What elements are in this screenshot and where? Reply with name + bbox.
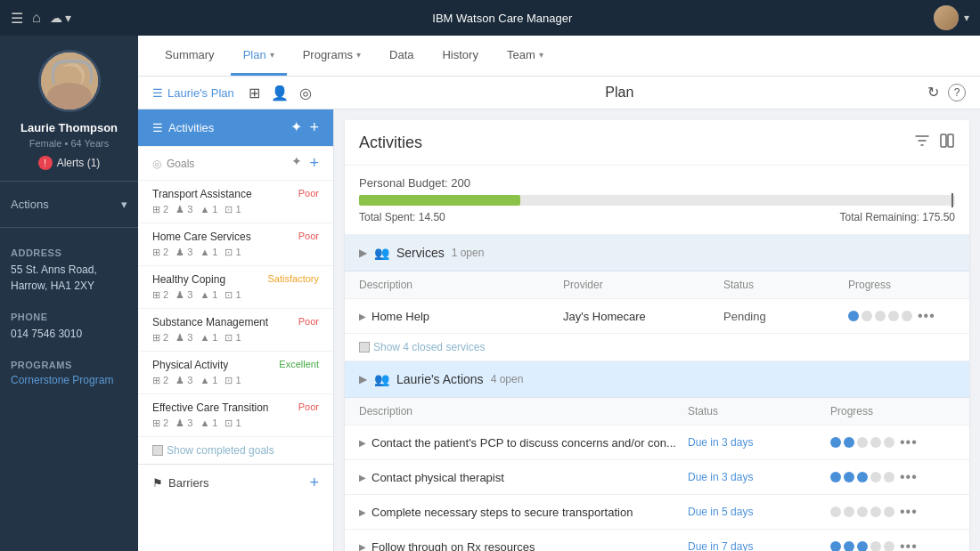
program-name[interactable]: Cornerstone Program	[11, 374, 127, 386]
sidebar-divider-1	[0, 181, 138, 182]
columns-icon[interactable]	[939, 133, 955, 152]
goal-sub-icon-3: ▲ 1	[200, 332, 217, 344]
plan-chart-icon[interactable]: ◎	[299, 85, 312, 101]
action-therapist-more-button[interactable]: •••	[900, 469, 918, 485]
actions-header[interactable]: Actions ▾	[11, 192, 127, 216]
rxdot-1	[830, 541, 841, 551]
laurie-actions-header[interactable]: ▶ 👥 Laurie's Actions 4 open	[345, 361, 969, 398]
tab-summary-label: Summary	[165, 48, 215, 61]
action-row-therapist[interactable]: ▶ Contact physical therapist Due in 3 da…	[345, 460, 969, 495]
action-therapist-expand-icon[interactable]: ▶	[359, 473, 366, 482]
service-row-home-help[interactable]: ▶ Home Help Jay's Homecare Pending	[345, 299, 969, 334]
activities-text: Activities	[168, 121, 214, 134]
goals-settings-icon[interactable]: ✦	[291, 154, 302, 173]
cloud-dropdown[interactable]: ☁ ▾	[50, 11, 71, 25]
goal-transport-status: Poor	[298, 188, 319, 199]
filter-icon[interactable]	[914, 133, 930, 152]
patient-phone: 014 7546 3010	[11, 326, 127, 342]
action-rx-desc: ▶ Follow through on Rx resources	[359, 540, 688, 552]
home-icon[interactable]: ⌂	[32, 10, 41, 26]
alerts-section[interactable]: ! Alerts (1)	[38, 156, 101, 170]
action-transport-due: Due in 5 days	[688, 506, 753, 518]
svg-point-4	[77, 72, 80, 76]
show-completed-goals[interactable]: Show completed goals	[138, 437, 333, 464]
goals-label: ◎ Goals	[152, 158, 194, 170]
user-chevron-icon[interactable]: ▾	[964, 12, 969, 24]
svg-point-2	[53, 90, 92, 112]
action-row-rx[interactable]: ▶ Follow through on Rx resources Due in …	[345, 530, 969, 551]
action-pcp-progress: •••	[830, 434, 955, 450]
home-help-more-button[interactable]: •••	[918, 308, 935, 324]
tab-summary[interactable]: Summary	[152, 36, 227, 76]
action-transport-expand-icon[interactable]: ▶	[359, 507, 366, 517]
action-rx-more-button[interactable]: •••	[900, 539, 918, 551]
transport-progress-dots	[830, 506, 894, 517]
action-pcp-desc: ▶ Contact the patient's PCP to discuss c…	[359, 436, 688, 450]
trdot-5	[884, 506, 894, 517]
show-completed-checkbox[interactable]	[152, 445, 163, 456]
budget-bar-fill	[359, 195, 520, 206]
tab-history-label: History	[442, 48, 478, 61]
action-pcp-expand-icon[interactable]: ▶	[359, 438, 366, 448]
goals-text: Goals	[167, 158, 194, 170]
activities-section-header[interactable]: ☰ Activities ✦ +	[138, 109, 333, 147]
svg-point-1	[60, 63, 85, 88]
show-closed-services-label: Show 4 closed services	[373, 341, 485, 353]
nav-right: ▾	[934, 5, 969, 30]
tab-history[interactable]: History	[429, 36, 490, 76]
action-rx-expand-icon[interactable]: ▶	[359, 542, 366, 552]
patient-demographics: Female • 64 Years	[29, 138, 110, 149]
plan-header-right: ↻ ?	[927, 84, 966, 101]
show-closed-checkbox[interactable]	[359, 342, 370, 352]
goal-substance-label: Substance Management	[152, 316, 268, 328]
tab-team-chevron-icon: ▾	[539, 50, 543, 60]
refresh-icon[interactable]: ↻	[927, 84, 939, 101]
action-therapist-due: Due in 3 days	[688, 471, 753, 483]
laurie-actions-section: ▶ 👥 Laurie's Actions 4 open Description …	[345, 361, 969, 551]
goal-sub-icon-1: ⊞ 2	[152, 332, 168, 344]
trdot-1	[830, 506, 841, 517]
plan-person-icon[interactable]: 👤	[271, 85, 289, 101]
main-layout: Laurie Thompson Female • 64 Years ! Aler…	[0, 36, 980, 551]
dot-2	[862, 311, 872, 321]
services-title: Services	[396, 246, 445, 260]
goals-add-icon[interactable]: +	[309, 154, 319, 173]
activities-card: Activities	[345, 120, 969, 551]
tdot-1	[830, 472, 841, 482]
hamburger-menu-icon[interactable]: ☰	[11, 10, 23, 27]
tab-plan[interactable]: Plan ▾	[231, 36, 287, 76]
actions-chevron-icon: ▾	[121, 198, 127, 211]
action-row-transport[interactable]: ▶ Complete necessary steps to secure tra…	[345, 495, 969, 530]
plan-title: Plan	[605, 85, 633, 101]
budget-totals: Total Spent: 14.50 Total Remaining: 175.…	[359, 211, 955, 223]
tab-programs-label: Programs	[303, 48, 353, 61]
actions-label: Actions	[11, 198, 49, 211]
laurie-actions-chevron-icon: ▶	[359, 373, 367, 385]
show-closed-services[interactable]: Show 4 closed services	[345, 334, 969, 361]
home-help-expand-icon[interactable]: ▶	[359, 312, 366, 321]
goal-physical-title: Physical Activity Excellent	[152, 359, 319, 371]
action-row-pcp[interactable]: ▶ Contact the patient's PCP to discuss c…	[345, 425, 969, 460]
tab-programs[interactable]: Programs ▾	[290, 36, 373, 76]
tab-data[interactable]: Data	[377, 36, 426, 76]
services-section: ▶ 👥 Services 1 open Description Provider…	[345, 235, 969, 361]
action-rx-due: Due in 7 days	[688, 540, 753, 551]
user-avatar[interactable]	[934, 5, 959, 30]
patient-avatar-image	[41, 53, 98, 109]
help-icon[interactable]: ?	[948, 84, 966, 101]
action-transport-more-button[interactable]: •••	[900, 504, 918, 520]
plan-grid-icon[interactable]: ⊞	[249, 85, 260, 101]
services-chevron-icon: ▶	[359, 247, 367, 259]
services-section-header[interactable]: ▶ 👥 Services 1 open	[345, 235, 969, 271]
tdot-5	[884, 472, 894, 482]
activities-settings-icon[interactable]: ✦	[290, 118, 302, 137]
action-pcp-more-button[interactable]: •••	[900, 434, 918, 450]
barriers-add-icon[interactable]: +	[309, 474, 319, 492]
goal-coping-icons: ⊞ 2 ♟ 3 ▲ 1 ⊡ 1	[152, 289, 319, 301]
barriers-text: Barriers	[168, 476, 209, 490]
activities-add-icon[interactable]: +	[309, 118, 319, 137]
tab-team[interactable]: Team ▾	[494, 36, 556, 76]
plan-breadcrumb-link[interactable]: ☰ Laurie's Plan	[152, 86, 234, 100]
goal-transport: Transport Assistance Poor ⊞ 2 ♟ 3 ▲ 1 ⊡ …	[138, 181, 333, 223]
action-transport-status: Due in 5 days	[688, 506, 830, 518]
